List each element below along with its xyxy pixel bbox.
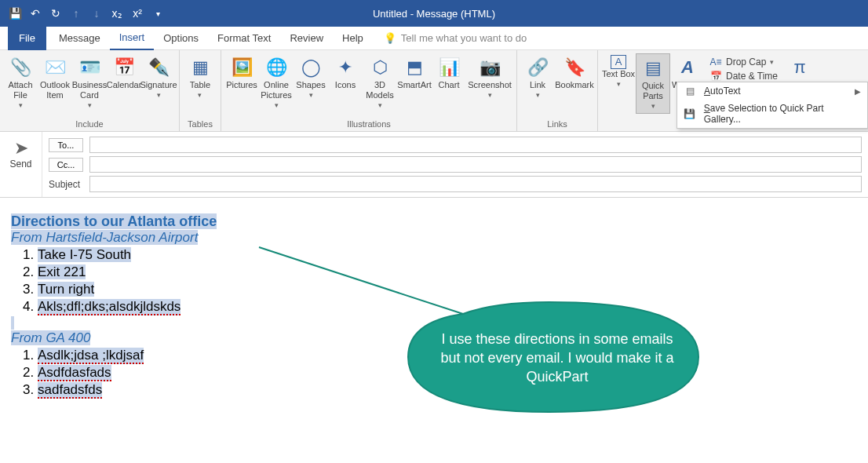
superscript-icon[interactable]: x² bbox=[129, 5, 146, 22]
body-title: Directions to our Atlanta office bbox=[11, 213, 217, 229]
compose-header: ➤ Send To... Cc... Subject bbox=[0, 132, 868, 198]
tab-file[interactable]: File bbox=[8, 27, 46, 50]
autotext-icon: ▤ bbox=[684, 86, 696, 97]
to-button[interactable]: To... bbox=[49, 138, 83, 152]
bookmark-button[interactable]: 🔖Bookmark bbox=[555, 53, 594, 92]
list-item: Exit 221 bbox=[38, 264, 86, 279]
chart-button[interactable]: 📊Chart bbox=[432, 53, 466, 92]
list-item: Asdfdasfads bbox=[38, 365, 111, 381]
calendar-button[interactable]: 📅Calendar bbox=[107, 53, 141, 92]
directions-list-2: Asdlk;jdsa ;lkdjsaf Asdfdasfads sadfadsf… bbox=[38, 348, 857, 398]
ribbon-tabs: File Message Insert Options Format Text … bbox=[0, 27, 868, 50]
link-icon: 🔗 bbox=[527, 55, 549, 80]
table-icon: ▦ bbox=[192, 55, 209, 80]
smartart-icon: ⬒ bbox=[407, 55, 423, 80]
shapes-button[interactable]: ◯Shapes▾ bbox=[294, 53, 328, 102]
quick-parts-dropdown: ▤ AutoText ▶ 💾 Save Selection to Quick P… bbox=[677, 82, 868, 129]
group-links: 🔗Link▾ 🔖Bookmark Links bbox=[517, 50, 598, 131]
screenshot-button[interactable]: 📷Screenshot▾ bbox=[466, 53, 513, 102]
chart-icon: 📊 bbox=[439, 55, 460, 80]
autotext-menu-item[interactable]: ▤ AutoText ▶ bbox=[677, 82, 867, 100]
attach-file-button[interactable]: 📎Attach File▾ bbox=[3, 53, 38, 112]
list-item: Asdlk;jdsa ;lkdjsaf bbox=[38, 348, 144, 364]
subject-label: Subject bbox=[49, 179, 83, 190]
arrow-down-icon[interactable]: ↓ bbox=[88, 5, 105, 22]
lightbulb-icon: 💡 bbox=[384, 32, 396, 44]
icons-icon: ✦ bbox=[338, 55, 352, 80]
quickparts-icon: ▤ bbox=[645, 56, 662, 81]
tell-me-placeholder: Tell me what you want to do bbox=[401, 32, 527, 44]
tell-me-search[interactable]: 💡 Tell me what you want to do bbox=[384, 32, 527, 44]
picture-icon: 🖼️ bbox=[232, 55, 253, 80]
group-include: 📎Attach File▾ ✉️Outlook Item 🪪Business C… bbox=[0, 50, 180, 131]
3d-models-button[interactable]: ⬡3D Models▾ bbox=[363, 53, 397, 112]
group-label-include: Include bbox=[75, 118, 103, 131]
tab-review[interactable]: Review bbox=[280, 27, 333, 50]
cc-button[interactable]: Cc... bbox=[49, 158, 83, 172]
paperclip-icon: 📎 bbox=[10, 55, 31, 80]
arrow-up-icon[interactable]: ↑ bbox=[67, 5, 85, 22]
message-body[interactable]: Directions to our Atlanta office From Ha… bbox=[0, 198, 868, 415]
group-label-illustrations: Illustrations bbox=[347, 118, 391, 131]
save-icon: 💾 bbox=[684, 108, 696, 119]
tab-format-text[interactable]: Format Text bbox=[208, 27, 280, 50]
dropcap-icon: A≡ bbox=[709, 57, 722, 67]
body-from1: From Hartsfield-Jackson Airport bbox=[11, 230, 198, 245]
drop-cap-button[interactable]: A≡Drop Cap ▾ bbox=[708, 55, 779, 69]
compose-fields: To... Cc... Subject bbox=[42, 132, 868, 197]
list-item: Take I-75 South bbox=[38, 247, 131, 262]
group-label-links: Links bbox=[547, 118, 567, 131]
smartart-button[interactable]: ⬒SmartArt bbox=[397, 53, 432, 92]
quick-parts-button[interactable]: ▤Quick Parts▾ bbox=[636, 53, 670, 114]
list-item: Akls;dfl;dks;alsdkjldskds bbox=[38, 299, 181, 315]
cube-icon: ⬡ bbox=[373, 55, 388, 80]
signature-button[interactable]: ✒️Signature▾ bbox=[141, 53, 176, 102]
redo-icon[interactable]: ↻ bbox=[47, 5, 64, 22]
tab-insert[interactable]: Insert bbox=[110, 27, 155, 50]
shapes-icon: ◯ bbox=[301, 55, 321, 80]
directions-list-1: Take I-75 South Exit 221 Turn right Akls… bbox=[38, 247, 857, 315]
cc-input[interactable] bbox=[89, 156, 862, 173]
screenshot-icon: 📷 bbox=[480, 55, 501, 80]
send-area: ➤ Send bbox=[0, 132, 42, 197]
group-illustrations: 🖼️Pictures 🌐Online Pictures▾ ◯Shapes▾ ✦I… bbox=[221, 50, 517, 131]
send-button[interactable]: ➤ Send bbox=[3, 138, 38, 170]
group-tables: ▦Table▾ Tables bbox=[180, 50, 221, 131]
tab-message[interactable]: Message bbox=[49, 27, 110, 50]
textbox-icon: A bbox=[611, 55, 626, 69]
link-button[interactable]: 🔗Link▾ bbox=[520, 53, 555, 102]
bookmark-icon: 🔖 bbox=[564, 55, 585, 80]
save-icon[interactable]: 💾 bbox=[6, 5, 24, 22]
envelope-icon: ✉️ bbox=[45, 55, 66, 80]
subject-input[interactable] bbox=[89, 176, 862, 192]
outlook-item-button[interactable]: ✉️Outlook Item bbox=[38, 53, 72, 102]
qat-more-icon[interactable]: ▾ bbox=[149, 5, 166, 22]
group-label-tables: Tables bbox=[188, 118, 213, 131]
title-bar: 💾 ↶ ↻ ↑ ↓ x₂ x² ▾ Untitled - Message (HT… bbox=[0, 0, 868, 27]
equation-icon: π bbox=[793, 55, 805, 80]
table-button[interactable]: ▦Table▾ bbox=[183, 53, 217, 102]
quick-access-toolbar: 💾 ↶ ↻ ↑ ↓ x₂ x² ▾ bbox=[0, 5, 173, 22]
body-from2: From GA 400 bbox=[11, 330, 90, 345]
tab-help[interactable]: Help bbox=[333, 27, 373, 50]
online-pictures-button[interactable]: 🌐Online Pictures▾ bbox=[259, 53, 294, 112]
tab-options[interactable]: Options bbox=[154, 27, 208, 50]
icons-button[interactable]: ✦Icons bbox=[328, 53, 363, 92]
business-card-button[interactable]: 🪪Business Card▾ bbox=[72, 53, 107, 112]
chevron-right-icon: ▶ bbox=[855, 87, 861, 96]
datetime-icon: 📅 bbox=[709, 71, 722, 82]
undo-icon[interactable]: ↶ bbox=[27, 5, 44, 22]
send-icon: ➤ bbox=[3, 138, 38, 159]
online-picture-icon: 🌐 bbox=[266, 55, 287, 80]
list-item: sadfadsfds bbox=[38, 382, 102, 399]
signature-icon: ✒️ bbox=[148, 55, 170, 80]
subscript-icon[interactable]: x₂ bbox=[108, 5, 126, 22]
text-box-button[interactable]: AText Box▾ bbox=[601, 53, 636, 91]
to-input[interactable] bbox=[89, 137, 862, 153]
card-icon: 🪪 bbox=[79, 55, 100, 80]
calendar-icon: 📅 bbox=[114, 55, 135, 80]
pictures-button[interactable]: 🖼️Pictures bbox=[224, 53, 259, 92]
wordart-icon: A bbox=[681, 55, 694, 80]
save-selection-menu-item[interactable]: 💾 Save Selection to Quick Part Gallery..… bbox=[677, 100, 867, 128]
list-item: Turn right bbox=[38, 282, 94, 297]
